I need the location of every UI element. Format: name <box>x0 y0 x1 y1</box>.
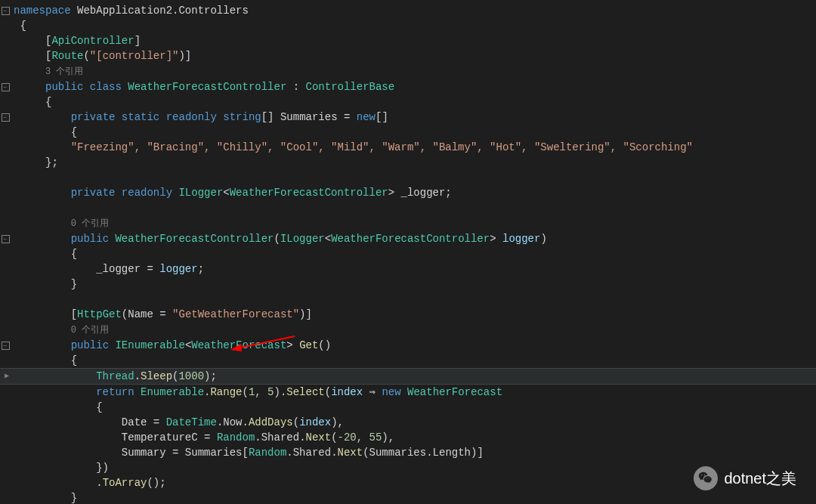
collapse-icon[interactable]: − <box>2 342 10 350</box>
code-line[interactable]: TemperatureC = Random.Shared.Next(-20, 5… <box>0 430 816 445</box>
watermark: dotnet之美 <box>694 466 796 490</box>
code-line[interactable]: −namespace WebApplication2.Controllers <box>0 3 816 18</box>
code-line[interactable] <box>0 170 816 185</box>
namespace-name: WebApplication2.Controllers <box>77 5 249 17</box>
code-line[interactable]: [HttpGet(Name = "GetWeatherForecast")] <box>0 307 816 322</box>
code-line[interactable]: return Enumerable.Range(1, 5).Select(ind… <box>0 385 816 400</box>
code-line[interactable]: }; <box>0 155 816 170</box>
codelens-line[interactable]: 0 个引用 <box>0 215 816 231</box>
attribute: Route <box>51 50 83 62</box>
code-line[interactable]: − private static readonly string[] Summa… <box>0 110 816 125</box>
attribute: ApiController <box>51 35 134 47</box>
collapse-icon[interactable]: − <box>2 113 10 122</box>
code-line[interactable]: { <box>0 400 816 415</box>
code-line[interactable]: [Route("[controller]")] <box>0 48 816 63</box>
code-line[interactable]: − public WeatherForecastController(ILogg… <box>0 231 816 246</box>
code-line[interactable]: "Freezing", "Bracing", "Chilly", "Cool",… <box>0 140 816 155</box>
highlighted-line[interactable]: ▶ Thread.Sleep(1000); <box>0 368 816 385</box>
code-line[interactable]: { <box>0 94 816 110</box>
code-line[interactable]: } <box>0 277 816 292</box>
code-line[interactable]: { <box>0 125 816 140</box>
code-line[interactable]: Date = DateTime.Now.AddDays(index), <box>0 415 816 430</box>
codelens-line[interactable]: 3 个引用 <box>0 63 816 79</box>
code-line[interactable]: Summary = Summaries[Random.Shared.Next(S… <box>0 445 816 460</box>
code-line[interactable] <box>0 292 816 307</box>
code-line[interactable]: } <box>0 490 816 504</box>
wechat-icon <box>694 466 718 490</box>
code-line[interactable]: [ApiController] <box>0 33 816 48</box>
code-line[interactable]: { <box>0 18 816 33</box>
code-line[interactable] <box>0 200 816 215</box>
reference-count[interactable]: 0 个引用 <box>71 218 109 229</box>
reference-count[interactable]: 3 个引用 <box>45 66 83 77</box>
watermark-text: dotnet之美 <box>724 468 796 489</box>
codelens-line[interactable]: 0 个引用 <box>0 322 816 338</box>
reference-count[interactable]: 0 个引用 <box>71 325 109 335</box>
code-line[interactable]: _logger = logger; <box>0 261 816 277</box>
collapse-icon[interactable]: − <box>2 83 10 91</box>
class-name: WeatherForecastController <box>128 81 286 93</box>
code-line[interactable]: private readonly ILogger<WeatherForecast… <box>0 185 816 200</box>
collapse-icon[interactable]: − <box>2 7 10 15</box>
code-line[interactable]: { <box>0 353 816 368</box>
string-literal: "[controller]" <box>90 50 179 62</box>
code-line[interactable]: { <box>0 246 816 261</box>
collapse-icon[interactable]: − <box>2 235 10 243</box>
string-array: "Freezing", "Bracing", "Chilly", "Cool",… <box>71 141 693 153</box>
keyword: namespace <box>14 5 71 17</box>
code-line[interactable]: − public class WeatherForecastController… <box>0 79 816 94</box>
code-editor[interactable]: −namespace WebApplication2.Controllers {… <box>0 0 816 504</box>
code-line[interactable]: − public IEnumerable<WeatherForecast> Ge… <box>0 338 816 353</box>
